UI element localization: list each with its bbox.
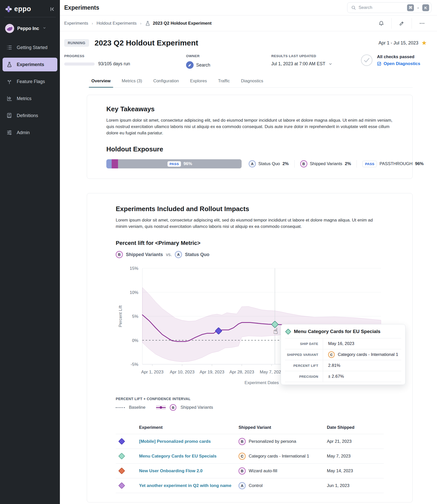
experiment-meta-row: PROGRESS 93/105 days run OWNER Search	[64, 54, 427, 69]
variant-name: Category cards - International 1	[249, 454, 309, 459]
y-axis-title: Percent Lift	[118, 305, 123, 327]
variant-b-badge: B	[239, 438, 246, 445]
compare-a-label: Status Quo	[185, 252, 209, 257]
experiment-link[interactable]: Yet another experiment in Q2 with long n…	[139, 483, 239, 488]
shortcut-plus: +	[417, 6, 419, 10]
open-diagnostics-label: Open Diagnostics	[383, 61, 420, 66]
variant-b-badge: B	[239, 467, 246, 475]
tooltip-value: ± 2.67%	[323, 371, 401, 382]
star-icon[interactable]: ★	[421, 40, 427, 46]
tab-explores[interactable]: Explores	[190, 76, 207, 87]
exposure-segment-shipped-variants	[112, 159, 118, 168]
results-value: Jul 1, 2023 at 7:00 AM EST	[271, 61, 325, 67]
tooltip-title: Menu Category Cards for EU Specials	[294, 329, 380, 334]
breadcrumb-holdout-experiments[interactable]: Holdout Experiments	[96, 21, 137, 26]
owner-name: Search	[196, 62, 210, 68]
sidebar-item-label: Feature Flags	[17, 79, 45, 84]
sidebar-item-definitions[interactable]: Definitions	[3, 109, 57, 122]
sidebar-item-feature-flags[interactable]: Feature Flags	[3, 75, 57, 88]
rollout-title: Experiments Included and Rollout Impacts	[116, 205, 384, 213]
notifications-button[interactable]	[371, 18, 391, 29]
tab-overview[interactable]: Overview	[91, 76, 111, 87]
legend-label: Status Quo	[258, 161, 280, 166]
experiments-table: Experiment Shipped Variant Date Shipped …	[116, 421, 384, 493]
table-row: New User Onboarding Flow 2.0 B Wizard au…	[116, 464, 384, 478]
baseline-dotted-icon	[116, 407, 125, 408]
workspace-switcher[interactable]: Peppo Inc	[0, 17, 60, 33]
top-header: Experiments ⌘ + K	[60, 0, 437, 15]
baseline-label: Baseline	[129, 405, 145, 410]
chart-tooltip: Menu Category Cards for EU Specials SHIP…	[281, 324, 406, 385]
holdout-exposure-row: PASS 96% A Status Quo 2% B Shipped Varia…	[106, 159, 393, 168]
tooltip-value: C Category cards - International 1	[323, 349, 401, 360]
variant-cell: A Control	[239, 482, 327, 489]
x-axis-title: Experiment Dates	[244, 380, 279, 385]
tab-configuration[interactable]: Configuration	[153, 76, 179, 87]
experiment-date-range: Apr 1 - Jul 15, 2023 ★	[378, 40, 427, 46]
progress-block: PROGRESS 93/105 days run	[64, 54, 186, 67]
legend-status-quo: A Status Quo 2%	[249, 160, 289, 167]
sidebar-item-experiments[interactable]: Experiments	[3, 58, 57, 71]
breadcrumb: Experiments › Holdout Experiments › 2023…	[64, 21, 212, 26]
key-takeaways-body: Lorem ipsum dolor sit amet, consectetur …	[106, 117, 393, 136]
ellipsis-icon	[419, 20, 425, 26]
y-tick-label: 5%	[132, 314, 138, 319]
x-tick-label: Apr 28, 2023	[229, 370, 254, 374]
experiment-link[interactable]: Menu Category Cards for EU Specials	[139, 454, 239, 459]
more-options-button[interactable]	[412, 18, 432, 29]
tab-diagnostics[interactable]: Diagnostics	[241, 76, 263, 87]
page-title: Experiments	[64, 4, 99, 11]
chevron-down-icon	[43, 26, 46, 31]
tooltip-value: 2.81%	[323, 360, 401, 371]
y-tick-label: 10%	[130, 290, 138, 295]
exposure-segment-passthrough: PASS 96%	[118, 159, 242, 168]
results-dropdown-button[interactable]	[328, 62, 332, 66]
exposure-segment-status-quo	[106, 159, 112, 168]
book-icon	[6, 113, 13, 119]
tooltip-row-shipped-variant: SHIPPED VARIANT C Category cards - Inter…	[285, 349, 401, 360]
tab-traffic[interactable]: Traffic	[218, 76, 230, 87]
key-takeaways-title: Key Takeaways	[106, 105, 393, 113]
sidebar-item-label: Experiments	[17, 62, 44, 67]
exposure-legend: A Status Quo 2% B Shipped Variants 2% PA…	[249, 160, 424, 168]
checks-block: All checks passed Open Diagnostics	[361, 54, 427, 66]
search-input[interactable]	[359, 5, 405, 10]
collapse-icon	[49, 6, 55, 12]
breadcrumb-current-label: 2023 Q2 Holdout Experiment	[153, 21, 211, 26]
chevron-down-icon	[328, 62, 332, 66]
diagnostics-check-icon	[377, 61, 381, 66]
workspace-avatar	[5, 24, 14, 33]
breadcrumb-separator: ›	[140, 21, 141, 25]
eppo-logo[interactable]: eppo	[5, 5, 31, 13]
sidebar-item-admin[interactable]: Admin	[3, 126, 57, 139]
y-tick-label: 15%	[130, 266, 138, 271]
experiment-link[interactable]: New User Onboarding Flow 2.0	[139, 468, 239, 474]
tab-metrics[interactable]: Metrics (3)	[122, 76, 142, 87]
sidebar: eppo Peppo Inc	[0, 0, 60, 504]
holdout-exposure-title: Holdout Exposure	[106, 145, 393, 153]
x-tick-label: Apr 10, 2023	[170, 370, 194, 374]
variant-comparison: B Shipped Variants vs. A Status Quo	[116, 251, 384, 258]
open-diagnostics-link[interactable]: Open Diagnostics	[377, 61, 420, 66]
sidebar-item-getting-started[interactable]: Getting Started	[3, 41, 57, 54]
workspace-name: Peppo Inc	[17, 26, 39, 31]
check-circle-icon	[361, 54, 373, 66]
sidebar-collapse-button[interactable]	[49, 6, 56, 13]
exposure-bar: PASS 96%	[106, 159, 242, 168]
column-header-shipped-variant: Shipped Variant	[239, 425, 327, 430]
checks-passed-text: All checks passed	[377, 54, 420, 59]
date-shipped: May 7, 2023	[327, 454, 384, 459]
breadcrumb-experiments[interactable]: Experiments	[64, 21, 88, 26]
edit-button[interactable]	[391, 18, 412, 29]
search-box[interactable]: ⌘ + K	[347, 2, 431, 13]
status-badge: RUNNING	[64, 39, 89, 47]
variant-name: Wizard auto-fill	[249, 468, 277, 474]
table-row: Menu Category Cards for EU Specials C Ca…	[116, 449, 384, 464]
experiment-link[interactable]: [Mobile] Personalized promo cards	[139, 439, 239, 444]
x-tick-label: May 7, 2023	[260, 370, 283, 374]
sidebar-item-metrics[interactable]: Metrics	[3, 92, 57, 105]
tooltip-row-ship-date: SHIP DATE May 16, 2023	[285, 338, 401, 349]
logo-wordmark: eppo	[14, 5, 31, 13]
tooltip-body: SHIP DATE May 16, 2023 SHIPPED VARIANT C…	[285, 338, 401, 382]
date-range-text: Apr 1 - Jul 15, 2023	[378, 40, 418, 46]
